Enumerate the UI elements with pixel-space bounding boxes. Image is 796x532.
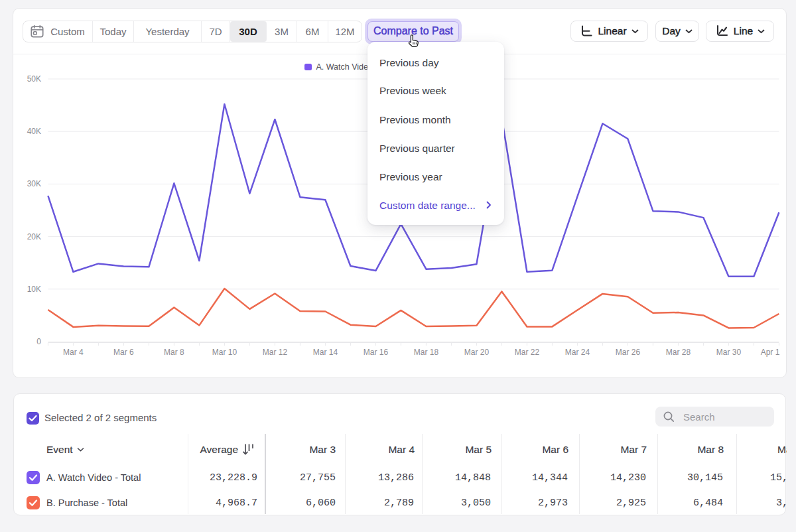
svg-text:30K: 30K (27, 179, 41, 188)
svg-text:Mar 10: Mar 10 (212, 348, 237, 357)
svg-text:50K: 50K (27, 74, 41, 84)
svg-text:Apr 1: Apr 1 (761, 348, 780, 357)
svg-text:Mar 20: Mar 20 (464, 348, 490, 357)
svg-text:0: 0 (36, 337, 41, 346)
svg-text:40K: 40K (27, 127, 41, 136)
svg-text:Mar 4: Mar 4 (63, 348, 84, 357)
svg-text:Mar 8: Mar 8 (164, 348, 184, 357)
svg-text:Mar 30: Mar 30 (716, 348, 742, 357)
svg-text:Mar 28: Mar 28 (666, 348, 691, 357)
svg-text:Mar 16: Mar 16 (364, 348, 389, 357)
svg-text:Mar 26: Mar 26 (616, 348, 641, 357)
svg-text:Mar 24: Mar 24 (565, 348, 590, 357)
svg-text:Mar 6: Mar 6 (113, 348, 134, 357)
svg-text:Mar 12: Mar 12 (263, 348, 288, 357)
svg-text:Mar 18: Mar 18 (414, 348, 439, 357)
svg-text:Mar 14: Mar 14 (313, 348, 338, 357)
svg-text:Mar 22: Mar 22 (515, 348, 540, 357)
svg-text:10K: 10K (27, 285, 41, 294)
svg-text:20K: 20K (27, 232, 41, 241)
